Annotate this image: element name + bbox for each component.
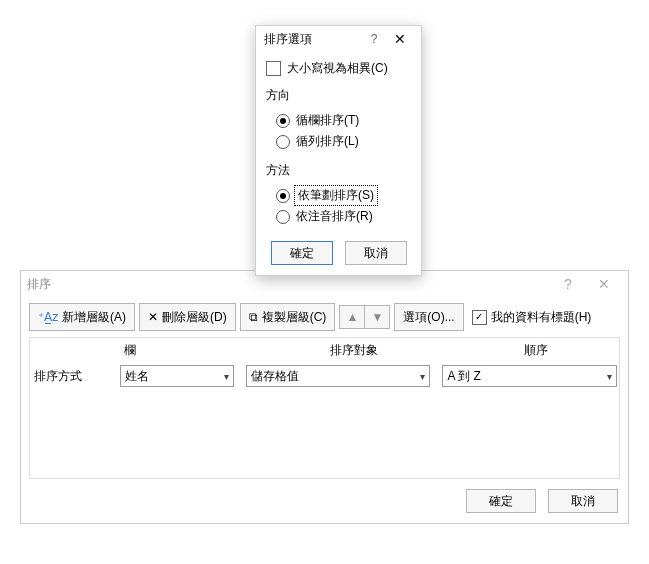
options-button[interactable]: 選項(O)... bbox=[394, 303, 463, 331]
sorton-value: 儲存格值 bbox=[251, 368, 299, 385]
case-sensitive-label: 大小寫視為相異(C) bbox=[287, 60, 388, 77]
method-zhuyin-radio[interactable]: 依注音排序(R) bbox=[266, 206, 411, 227]
add-level-button[interactable]: ⁺A̲ᴢ 新增層級(A) bbox=[29, 303, 135, 331]
radio-icon bbox=[276, 114, 290, 128]
method-stroke-radio[interactable]: 依筆劃排序(S) bbox=[266, 185, 411, 206]
sorton-select[interactable]: 儲存格值 ▾ bbox=[246, 365, 430, 387]
options-cancel-button[interactable]: 取消 bbox=[345, 241, 407, 265]
order-value: A 到 Z bbox=[447, 368, 480, 385]
checkbox-icon bbox=[266, 61, 281, 76]
options-ok-button[interactable]: 確定 bbox=[271, 241, 333, 265]
sort-footer: 確定 取消 bbox=[21, 479, 628, 523]
orientation-columns-label: 循欄排序(T) bbox=[296, 112, 359, 129]
sort-dialog: 排序 ? ✕ ⁺A̲ᴢ 新增層級(A) ✕ 刪除層級(D) ⧉ 複製層級(C) … bbox=[20, 270, 629, 524]
row-label: 排序方式 bbox=[32, 368, 120, 385]
options-title: 排序選項 bbox=[264, 31, 361, 48]
delete-level-icon: ✕ bbox=[148, 310, 158, 324]
add-level-icon: ⁺A̲ᴢ bbox=[38, 310, 58, 324]
help-icon[interactable]: ? bbox=[550, 276, 586, 292]
radio-icon bbox=[276, 135, 290, 149]
has-header-label: 我的資料有標題(H) bbox=[491, 309, 592, 326]
delete-level-label: 刪除層級(D) bbox=[162, 309, 227, 326]
sort-grid: 欄 排序對象 順序 排序方式 姓名 ▾ 儲存格值 ▾ A 到 Z ▾ bbox=[29, 337, 620, 479]
grid-header: 欄 排序對象 順序 bbox=[30, 338, 619, 363]
radio-icon bbox=[276, 189, 290, 203]
help-icon[interactable]: ? bbox=[361, 32, 387, 46]
radio-icon bbox=[276, 210, 290, 224]
case-sensitive-checkbox[interactable]: 大小寫視為相異(C) bbox=[266, 60, 411, 77]
copy-level-label: 複製層級(C) bbox=[262, 309, 327, 326]
options-body: 大小寫視為相異(C) 方向 循欄排序(T) 循列排序(L) 方法 依筆劃排序(S… bbox=[256, 52, 421, 231]
sort-options-dialog: 排序選項 ? ✕ 大小寫視為相異(C) 方向 循欄排序(T) 循列排序(L) 方… bbox=[255, 25, 422, 276]
move-level-group: ▲ ▼ bbox=[339, 305, 390, 329]
method-stroke-label: 依筆劃排序(S) bbox=[296, 187, 376, 204]
orientation-rows-radio[interactable]: 循列排序(L) bbox=[266, 131, 411, 152]
copy-level-button[interactable]: ⧉ 複製層級(C) bbox=[240, 303, 336, 331]
options-titlebar: 排序選項 ? ✕ bbox=[256, 26, 421, 52]
orientation-columns-radio[interactable]: 循欄排序(T) bbox=[266, 110, 411, 131]
method-group-label: 方法 bbox=[266, 162, 411, 179]
chevron-down-icon: ▾ bbox=[420, 371, 425, 382]
add-level-label: 新增層級(A) bbox=[62, 309, 126, 326]
order-select[interactable]: A 到 Z ▾ bbox=[442, 365, 617, 387]
close-icon[interactable]: ✕ bbox=[387, 31, 413, 47]
field-select[interactable]: 姓名 ▾ bbox=[120, 365, 234, 387]
has-header-checkbox[interactable]: ✓ 我的資料有標題(H) bbox=[472, 309, 592, 326]
chevron-down-icon: ▾ bbox=[607, 371, 612, 382]
sort-toolbar: ⁺A̲ᴢ 新增層級(A) ✕ 刪除層級(D) ⧉ 複製層級(C) ▲ ▼ 選項(… bbox=[21, 297, 628, 337]
close-icon[interactable]: ✕ bbox=[586, 276, 622, 292]
col-header-order: 順序 bbox=[524, 342, 617, 359]
options-label: 選項(O)... bbox=[403, 309, 454, 326]
move-up-button[interactable]: ▲ bbox=[340, 306, 364, 328]
method-zhuyin-label: 依注音排序(R) bbox=[296, 208, 373, 225]
col-header-sorton: 排序對象 bbox=[330, 342, 524, 359]
orientation-rows-label: 循列排序(L) bbox=[296, 133, 359, 150]
orientation-group-label: 方向 bbox=[266, 87, 411, 104]
field-value: 姓名 bbox=[125, 368, 149, 385]
sort-cancel-button[interactable]: 取消 bbox=[548, 489, 618, 513]
options-footer: 確定 取消 bbox=[256, 231, 421, 275]
sort-ok-button[interactable]: 確定 bbox=[466, 489, 536, 513]
col-header-field: 欄 bbox=[124, 342, 330, 359]
sort-title: 排序 bbox=[27, 276, 550, 293]
checkmark-icon: ✓ bbox=[472, 310, 487, 325]
copy-level-icon: ⧉ bbox=[249, 310, 258, 324]
chevron-down-icon: ▾ bbox=[224, 371, 229, 382]
delete-level-button[interactable]: ✕ 刪除層級(D) bbox=[139, 303, 236, 331]
sort-row: 排序方式 姓名 ▾ 儲存格值 ▾ A 到 Z ▾ bbox=[30, 363, 619, 389]
move-down-button[interactable]: ▼ bbox=[364, 306, 389, 328]
